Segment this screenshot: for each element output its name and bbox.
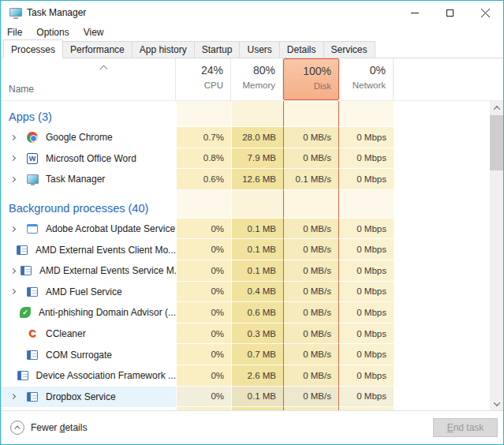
expand-chevron[interactable] — [11, 395, 21, 398]
menu-options[interactable]: Options — [29, 27, 76, 38]
maximize-button[interactable] — [432, 1, 468, 24]
tab-startup[interactable]: Startup — [194, 41, 241, 58]
process-row[interactable]: AMD External Events Client Mo...0%0.1 MB… — [1, 239, 503, 260]
process-name-cell: WMicrosoft Office Word — [1, 148, 176, 170]
memory-value-cell: 28.0 MB — [231, 127, 283, 148]
tab-users[interactable]: Users — [239, 41, 279, 58]
process-row[interactable]: AMD Fuel Service0%0.4 MB0 MB/s0 Mbps — [1, 282, 503, 303]
process-row[interactable]: WMicrosoft Office Word0.8%7.9 MB0 MB/s0 … — [1, 148, 503, 170]
cpu-value-cell: 0% — [176, 302, 231, 323]
scrollbar-thumb[interactable] — [490, 115, 503, 170]
process-row[interactable]: COM Surrogate0%0.7 MB0 MB/s0 Mbps — [1, 344, 503, 365]
cpu-value-cell: 0.8% — [176, 148, 231, 170]
cpu-value-cell: 0% — [176, 387, 231, 408]
menu-file[interactable]: File — [7, 27, 29, 38]
chevron-right-icon — [10, 394, 16, 399]
tab-details[interactable]: Details — [279, 41, 324, 58]
fewer-details-toggle[interactable]: Fewer details — [10, 421, 87, 435]
column-header-name[interactable]: Name — [1, 58, 176, 100]
cpu-value-cell: 0% — [176, 344, 231, 365]
fewer-details-label: Fewer details — [31, 422, 87, 433]
expand-chevron[interactable] — [11, 269, 15, 273]
expand-chevron[interactable] — [11, 227, 21, 231]
network-value-cell: 0 Mbps — [339, 239, 394, 260]
cpu-value-cell: 0% — [176, 219, 231, 240]
cpu-value-cell: 0% — [176, 323, 231, 345]
network-value-cell: 0 Mbps — [339, 302, 394, 323]
disk-value-cell: 0 MB/s — [283, 127, 339, 148]
maximize-icon — [446, 9, 454, 17]
minimize-button[interactable] — [397, 1, 432, 24]
scroll-up-button[interactable] — [490, 101, 503, 114]
process-table: Name 24% CPU 80% Memory 100% Disk 0% Net… — [1, 58, 503, 410]
scroll-down-button[interactable] — [490, 397, 503, 410]
disk-value-cell: 0 MB/s — [283, 239, 339, 260]
memory-value-cell: 0.1 MB — [231, 239, 283, 260]
process-icon-box — [26, 349, 39, 361]
cpu-value-cell: 0% — [176, 239, 231, 260]
process-icon-box — [26, 173, 39, 185]
tab-processes[interactable]: Processes — [3, 39, 63, 58]
chevron-right-icon — [10, 268, 16, 274]
disk-value-cell: 0 MB/s — [283, 387, 339, 408]
process-name: AMD External Events Client Mo... — [35, 245, 176, 256]
process-name: Dropbox Service — [46, 391, 116, 402]
process-icon-box: C — [26, 327, 39, 340]
memory-value-cell: 0.4 MB — [231, 282, 283, 303]
memory-value-cell: 7.9 MB — [231, 148, 283, 170]
disk-value-cell: 0 MB/s — [283, 282, 339, 303]
service-window-icon — [17, 371, 28, 380]
vertical-scrollbar[interactable] — [490, 101, 503, 410]
tab-performance[interactable]: Performance — [62, 41, 133, 58]
process-icon-box — [16, 244, 28, 256]
process-icon-box — [20, 264, 32, 277]
process-name-cell: AMD External Events Service M... — [1, 260, 176, 282]
process-row[interactable]: AMD External Events Service M...0%0.1 MB… — [1, 260, 503, 282]
expand-chevron[interactable] — [11, 136, 21, 140]
expand-chevron[interactable] — [11, 178, 21, 181]
tab-app-history[interactable]: App history — [132, 41, 195, 58]
process-row[interactable]: CCCleaner0%0.3 MB0 MB/s0 Mbps — [1, 323, 503, 345]
section-header[interactable]: Apps (3) — [1, 101, 503, 127]
chevron-up-circle-icon — [10, 421, 24, 435]
section-header[interactable]: Background processes (40) — [1, 190, 503, 219]
expand-chevron[interactable] — [11, 156, 21, 160]
process-row[interactable]: ✓Anti-phishing Domain Advisor (...0%0.6 … — [1, 302, 503, 323]
process-row[interactable]: Dropbox Service0%0.1 MB0 MB/s0 Mbps — [1, 387, 503, 408]
process-name: Anti-phishing Domain Advisor (... — [39, 307, 176, 318]
column-header-memory[interactable]: 80% Memory — [231, 58, 283, 100]
disk-value-cell: 0 MB/s — [283, 365, 339, 387]
close-button[interactable] — [468, 1, 503, 24]
footer-bar: Fewer details End task — [1, 410, 503, 444]
menu-view[interactable]: View — [77, 27, 111, 38]
process-name-cell: COM Surrogate — [1, 344, 176, 365]
column-header-cpu[interactable]: 24% CPU — [176, 58, 231, 100]
memory-value-cell: 0.1 MB — [231, 219, 283, 240]
process-name-cell: AMD Fuel Service — [1, 282, 176, 303]
chrome-icon — [27, 132, 38, 143]
title-bar: Task Manager — [1, 1, 503, 24]
window-controls — [397, 1, 503, 24]
disk-value-cell: 0 MB/s — [283, 260, 339, 282]
network-value-cell: 0 Mbps — [339, 148, 394, 170]
memory-value-cell: 2.6 MB — [231, 365, 283, 387]
process-row[interactable]: Adobe Acrobat Update Service0%0.1 MB0 MB… — [1, 219, 503, 240]
disk-value-cell: 0 MB/s — [283, 344, 339, 365]
column-header-disk[interactable]: 100% Disk — [283, 58, 339, 100]
task-manager-window: Task Manager File Options View Processes… — [0, 0, 504, 445]
anti-phishing-icon: ✓ — [20, 307, 31, 318]
column-header-network[interactable]: 0% Network — [339, 58, 394, 100]
memory-value-cell: 0.6 MB — [231, 302, 283, 323]
process-icon-box: ✓ — [19, 306, 32, 319]
process-row[interactable]: Google Chrome0.7%28.0 MB0 MB/s0 Mbps — [1, 127, 503, 148]
tab-services[interactable]: Services — [323, 41, 375, 58]
heatmap-cell — [231, 190, 283, 219]
process-row[interactable]: Device Association Framework ...0%2.6 MB… — [1, 365, 503, 387]
process-row[interactable]: Task Manager0.6%12.6 MB0.1 MB/s0 Mbps — [1, 169, 503, 190]
process-name: Microsoft Office Word — [46, 153, 136, 164]
end-task-button[interactable]: End task — [433, 418, 498, 437]
expand-chevron[interactable] — [11, 290, 21, 294]
process-name-cell: Task Manager — [1, 169, 176, 190]
memory-value-cell: 12.6 MB — [231, 169, 283, 190]
heatmap-cell — [339, 190, 394, 219]
